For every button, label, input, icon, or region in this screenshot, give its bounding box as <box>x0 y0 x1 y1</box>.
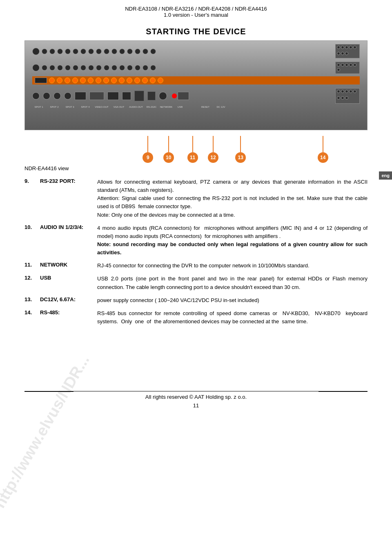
item-11-label: NETWORK <box>40 262 97 268</box>
content-area: 9. RS-232 PORT: Allows for connecting ex… <box>24 178 368 326</box>
item-10: 10. AUDIO IN 1/2/3/4: 4 mono audio input… <box>24 224 368 257</box>
footer-area: All rights reserved © AAT Holding sp. z … <box>16 391 376 409</box>
item-14-num: 14. <box>24 309 40 316</box>
item-10-desc: 4 mono audio inputs (RCA connectors) for… <box>97 224 368 257</box>
item-9: 9. RS-232 PORT: Allows for connecting ex… <box>24 178 368 219</box>
watermark: http://www.elvus/NDR... <box>0 352 93 511</box>
item-12-desc: USB 2.0 ports (one port in the front pan… <box>97 275 368 291</box>
header: NDR-EA3108 / NDR-EA3216 / NDR-EA4208 / N… <box>16 0 376 20</box>
item-9-label: RS-232 PORT: <box>40 178 97 184</box>
item-11-num: 11. <box>24 262 40 268</box>
item-9-num: 9. <box>24 178 40 184</box>
item-12-num: 12. <box>24 275 40 281</box>
item-9-desc: Allows for connecting external keyboard,… <box>97 178 368 219</box>
item-10-num: 10. <box>24 224 40 230</box>
header-title: NDR-EA3108 / NDR-EA3216 / NDR-EA4208 / N… <box>16 6 376 12</box>
item-11-desc: RJ-45 connector for connecting the DVR t… <box>97 262 368 270</box>
section-title: STARTING THE DEVICE <box>16 27 376 36</box>
footer-page: 11 <box>193 402 199 409</box>
item-10-label: AUDIO IN 1/2/3/4: <box>40 224 97 230</box>
device-image: SPOT 1 SPOT 2 SPOT 3 SPOT 4 VIDEO-OUT VG… <box>24 40 368 130</box>
header-subtitle: 1.0 version - User's manual <box>16 12 376 18</box>
item-14: 14. RS-485: RS-485 bus connector for rem… <box>24 309 368 326</box>
footer-copyright: All rights reserved © AAT Holding sp. z … <box>145 394 247 400</box>
item-14-desc: RS-485 bus connector for remote controll… <box>97 309 368 326</box>
item-13: 13. DC12V, 6.67A: power supply connector… <box>24 296 368 304</box>
item-12: 12. USB USB 2.0 ports (one port in the f… <box>24 275 368 291</box>
item-10-note: Note: sound recording may be conducted o… <box>97 241 368 256</box>
device-caption: NDR-EA4416 view <box>24 165 368 171</box>
item-14-label: RS-485: <box>40 309 97 316</box>
callout-area: 9 10 11 12 13 14 <box>24 134 368 163</box>
eng-badge: eng <box>379 171 392 180</box>
item-13-num: 13. <box>24 296 40 302</box>
item-13-desc: power supply connector ( 100~240 VAC/12V… <box>97 296 368 304</box>
item-13-label: DC12V, 6.67A: <box>40 296 97 302</box>
item-12-label: USB <box>40 275 97 281</box>
item-11: 11. NETWORK RJ-45 connector for connecti… <box>24 262 368 270</box>
